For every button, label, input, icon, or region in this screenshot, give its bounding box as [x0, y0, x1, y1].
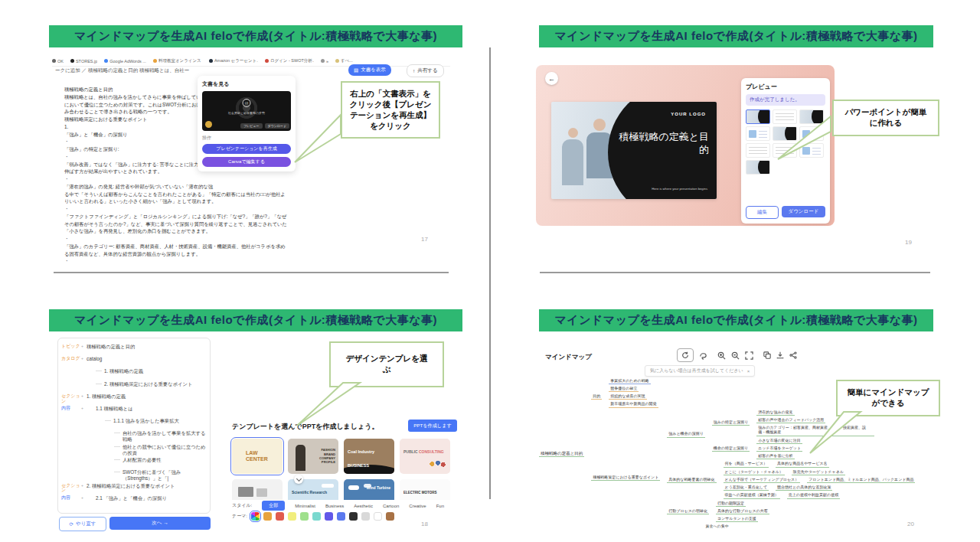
mindmap-node-label[interactable]: 収益への貢献規模（業績予測） [724, 492, 780, 498]
thumbnail-preview-button[interactable]: プレビュー [240, 123, 262, 129]
mindmap-node-label[interactable]: 強みの特定と深掘り [712, 420, 750, 426]
slide-thumbnail[interactable] [746, 109, 770, 124]
mindmap-node-label[interactable]: 具体的な行動プロセスの共有 [716, 508, 769, 514]
outline-row[interactable]: 2. 積極戦略策定における重要なポイント [61, 380, 207, 393]
presentation-thumbnail[interactable]: 03 社会貢献と顧客重視の姿勢 プレビュー ダウンロード [202, 91, 291, 131]
zoom-out-icon[interactable] [731, 351, 740, 360]
theme-swatch[interactable] [325, 512, 333, 521]
theme-swatch[interactable] [288, 512, 296, 521]
mindmap-node-label[interactable]: 販売先やターゲットチャネル [792, 469, 845, 475]
mindmap-node-label[interactable]: どこに（ターゲット・チャネル） [724, 469, 785, 475]
mindmap-node-label[interactable]: 持続的な成長の実現 [609, 393, 646, 400]
theme-swatch[interactable] [312, 512, 321, 521]
back-button[interactable]: ← [545, 72, 558, 85]
mindmap-node-label[interactable]: 具体的な商品名やサービス名 [776, 461, 829, 467]
style-option[interactable]: 全部 [262, 501, 285, 511]
mindmap-node-label[interactable]: 顧客の声を基に分析 [756, 453, 794, 459]
retry-button[interactable]: ⟳ やり直す [59, 517, 106, 531]
thumbnail-download-button[interactable]: ダウンロード [265, 123, 289, 129]
mindmap-node-label[interactable]: 何を（商品・サービス） [724, 461, 769, 467]
edit-in-canva-button[interactable]: Canvaで編集する [202, 157, 291, 167]
mindmap-node-label[interactable]: 競合他社との具体的な差別化策 [776, 485, 832, 491]
plus-icon[interactable]: + [81, 495, 87, 500]
outline-row[interactable]: 1.1.1 強みを活かした事業拡大 [61, 417, 207, 429]
notice-close-icon[interactable]: × [747, 369, 750, 374]
mindmap-node-label[interactable]: 事業拡大のための戦略 [609, 378, 650, 384]
scroll-down-badge[interactable] [294, 475, 303, 484]
theme-swatch[interactable] [374, 512, 382, 521]
outline-row[interactable]: 自社の強みを活かして事業を拡大する戦略 [61, 429, 207, 442]
create-ppt-button[interactable]: PPTを作成します [408, 420, 457, 432]
next-button[interactable]: 次へ → [109, 517, 211, 530]
copy-icon[interactable] [763, 351, 771, 359]
template-card-motor[interactable]: ELECTRIC MOTORS [400, 479, 450, 500]
bookmark-item[interactable]: 料理教室オンラインスト... [153, 58, 202, 64]
theme-swatch[interactable] [276, 512, 284, 521]
outline-row[interactable]: 1. 積極戦略の定義 [61, 367, 207, 380]
slide-thumbnail[interactable] [746, 143, 770, 158]
theme-swatch[interactable] [349, 512, 358, 521]
style-option[interactable]: Creative [409, 504, 426, 508]
share-button[interactable]: ↑ 共有する [407, 64, 444, 77]
template-card-coal[interactable]: Coal Industry BUSINESS [344, 439, 394, 474]
template-card-wind[interactable]: Wind Turbine [344, 479, 394, 500]
plus-icon[interactable]: + [81, 482, 87, 488]
plus-icon[interactable]: + [81, 355, 87, 361]
download-icon[interactable] [776, 351, 784, 359]
mindmap-node-label[interactable]: 強みと機会の深掘り [667, 431, 704, 437]
mindmap-node-label[interactable]: 具体的な戦略要素の明確化 [667, 477, 716, 483]
bookmark-item[interactable]: STORES.jp [70, 59, 97, 64]
plus-icon[interactable]: + [81, 343, 87, 348]
template-card-law[interactable]: LAW CENTER [232, 439, 283, 474]
bookmark-item[interactable]: ログイン - SWOT分析... [265, 58, 314, 64]
outline-row[interactable]: 内容+2.1 「強み」と「機会」の深掘り [61, 495, 207, 507]
theme-swatch[interactable] [251, 512, 260, 521]
slide-thumbnail[interactable] [746, 160, 770, 175]
outline-row[interactable]: セクション+2. 積極戦略策定における重要なポイント [61, 482, 207, 495]
download-button[interactable]: ダウンロード [782, 206, 825, 217]
mindmap-node-label[interactable]: 行動プロセスの明確化 [667, 508, 709, 514]
mindmap-node-label[interactable]: 競争優位の確立 [609, 386, 639, 392]
bookmark-item[interactable]: すべ... [335, 58, 353, 64]
lasso-select-icon[interactable] [699, 351, 707, 360]
theme-swatch[interactable] [337, 512, 345, 521]
share-icon[interactable] [789, 351, 797, 359]
mindmap-node-label[interactable]: 目的 [591, 393, 602, 400]
fit-screen-icon[interactable] [745, 351, 753, 360]
show-document-button[interactable]: ▤ 文書を表示 [348, 64, 391, 76]
slide-thumbnail[interactable] [746, 126, 770, 141]
template-card-fashion[interactable]: FASHION BRAND COMPANY PROFILE [288, 439, 338, 474]
mindmap-node-label[interactable]: ニッチ市場をターゲット [756, 446, 802, 452]
theme-swatch[interactable] [361, 512, 370, 521]
outline-row[interactable]: 他社との競争において優位に立つための投資 [61, 443, 207, 456]
mindmap-node-label[interactable]: 機会の特定と深掘り [712, 446, 750, 452]
style-option[interactable]: Fun [436, 504, 444, 508]
outline-row[interactable]: セクション+1. 積極戦略の定義 [61, 393, 207, 405]
mindmap-node-label[interactable]: 資金への集中 [704, 524, 730, 530]
style-option[interactable]: Aesthetic [354, 504, 373, 508]
theme-swatch[interactable] [263, 512, 272, 521]
style-option[interactable]: Minimalist [295, 504, 315, 508]
mindmap-node-label[interactable]: どう差別化・重点化して [724, 485, 769, 491]
outline-row[interactable]: SWOT分析に基づく「強み（Strengths）」と「| [61, 469, 207, 482]
template-card-public[interactable]: PUBLIC CONSULTING [400, 439, 450, 474]
bookmark-item[interactable]: Amazon セラーセント... [209, 58, 258, 64]
bookmark-item[interactable]: OK [52, 59, 64, 64]
outline-row[interactable]: カタログ+catalog [61, 355, 207, 367]
outline-row[interactable]: トピック+積極戦略の定義と目的 [61, 343, 207, 355]
regenerate-presentation-button[interactable]: プレゼンテーションを再生成 [202, 144, 291, 154]
mindmap-node-label[interactable]: 積極戦略策定における重要なポイント [591, 475, 660, 481]
mindmap-node-label[interactable]: 売上の規模や利益貢献の規模 [787, 492, 840, 498]
mindmap-node-label[interactable]: どんな手段で（マーケティングプロセス） [724, 477, 801, 483]
mindmap-node-label[interactable]: 行動の期限設定 [716, 501, 746, 507]
theme-swatch[interactable] [386, 512, 394, 521]
plus-icon[interactable]: + [81, 393, 87, 398]
bookmark-item[interactable]: » [321, 59, 328, 64]
template-card-desk[interactable] [232, 479, 283, 500]
edit-button[interactable]: 編集 [746, 206, 779, 219]
outline-row[interactable]: 人材配置の必要性 [61, 456, 207, 469]
mindmap-node-label[interactable]: 潜在的な強みの発見 [756, 410, 794, 416]
mindmap-node-label[interactable]: フロントエンド商品、ミドルエンド商品、バックエンド商品 [807, 477, 915, 483]
theme-swatch[interactable] [300, 512, 309, 521]
style-option[interactable]: Cartoon [383, 504, 399, 508]
